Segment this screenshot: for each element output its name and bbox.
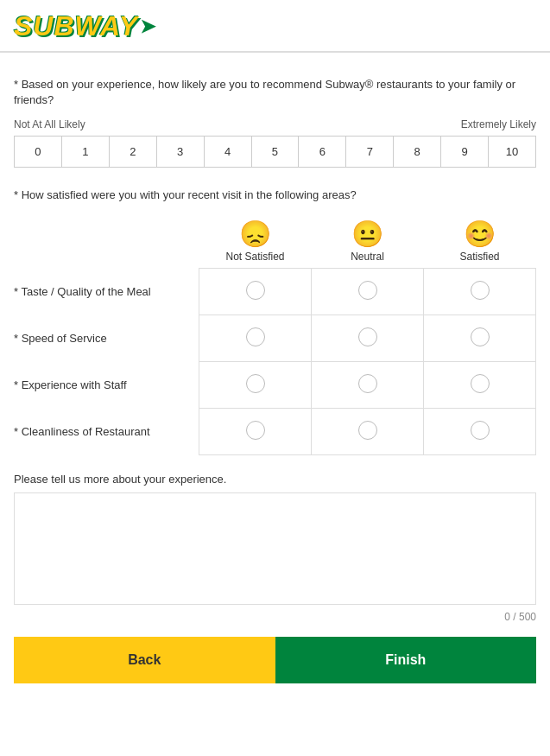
row-label-cleanliness: * Cleanliness of Restaurant [14, 409, 199, 455]
row-label-taste: * Taste / Quality of the Meal [14, 269, 199, 315]
header: SUBWAY➤ [0, 0, 550, 52]
row-label-staff: * Experience with Staff [14, 362, 199, 409]
radio-speed-satisfied[interactable] [471, 327, 490, 346]
radio-staff-not-satisfied[interactable] [246, 374, 265, 393]
cell-cleanliness-satisfied[interactable] [424, 409, 536, 455]
radio-cleanliness-neutral[interactable] [358, 421, 377, 440]
logo-text: SUBWAY [14, 10, 138, 42]
satisfaction-table: 😞 Not Satisfied 😐 Neutral 😊 Satisfied * [14, 213, 536, 455]
nps-option-5[interactable]: 5 [252, 137, 300, 167]
radio-speed-neutral[interactable] [358, 327, 377, 346]
satisfaction-col-neutral: 😐 Neutral [312, 213, 424, 269]
nps-option-4[interactable]: 4 [205, 137, 252, 167]
feedback-textarea[interactable] [14, 492, 536, 605]
nps-option-0[interactable]: 0 [15, 137, 62, 167]
nps-option-6[interactable]: 6 [299, 137, 346, 167]
not-satisfied-label: Not Satisfied [225, 251, 284, 263]
table-row: * Cleanliness of Restaurant [14, 409, 536, 455]
nps-option-7[interactable]: 7 [346, 137, 394, 167]
subway-logo: SUBWAY➤ [14, 10, 155, 42]
cell-staff-not-satisfied[interactable] [199, 362, 312, 409]
radio-cleanliness-satisfied[interactable] [471, 421, 490, 440]
cell-speed-satisfied[interactable] [424, 315, 536, 362]
satisfaction-section: * How satisfied were you with your recen… [14, 188, 536, 455]
nps-label-low: Not At All Likely [14, 118, 85, 130]
nps-option-3[interactable]: 3 [157, 137, 205, 167]
neutral-icon: 😐 [319, 219, 417, 249]
table-row: * Taste / Quality of the Meal [14, 269, 536, 315]
nps-question: * Based on your experience, how likely a… [14, 77, 536, 108]
nps-section: * Based on your experience, how likely a… [14, 77, 536, 168]
cell-taste-satisfied[interactable] [424, 269, 536, 315]
cell-taste-not-satisfied[interactable] [199, 269, 312, 315]
finish-button[interactable]: Finish [275, 637, 537, 683]
nps-option-1[interactable]: 1 [62, 137, 110, 167]
char-count: 0 / 500 [14, 611, 536, 623]
feedback-label: Please tell us more about your experienc… [14, 473, 536, 486]
cell-staff-satisfied[interactable] [424, 362, 536, 409]
nps-label-high: Extremely Likely [461, 118, 536, 130]
main-content: * Based on your experience, how likely a… [0, 65, 550, 696]
logo-arrow-icon: ➤ [140, 16, 155, 38]
feedback-section: Please tell us more about your experienc… [14, 473, 536, 623]
cell-taste-neutral[interactable] [312, 269, 424, 315]
nps-option-2[interactable]: 2 [110, 137, 157, 167]
back-button[interactable]: Back [14, 637, 275, 683]
satisfaction-col-satisfied: 😊 Satisfied [424, 213, 536, 269]
radio-cleanliness-not-satisfied[interactable] [246, 421, 265, 440]
cell-speed-not-satisfied[interactable] [199, 315, 312, 362]
cell-staff-neutral[interactable] [312, 362, 424, 409]
radio-speed-not-satisfied[interactable] [246, 327, 265, 346]
satisfaction-col-label [14, 213, 199, 269]
cell-cleanliness-neutral[interactable] [312, 409, 424, 455]
not-satisfied-icon: 😞 [206, 219, 305, 249]
radio-taste-not-satisfied[interactable] [246, 281, 265, 300]
satisfied-label: Satisfied [459, 251, 499, 263]
radio-staff-satisfied[interactable] [471, 374, 490, 393]
footer-buttons: Back Finish [14, 637, 536, 683]
cell-speed-neutral[interactable] [312, 315, 424, 362]
nps-scale: 0 1 2 3 4 5 6 7 8 9 10 [14, 136, 536, 168]
nps-option-10[interactable]: 10 [489, 137, 535, 167]
neutral-label: Neutral [351, 251, 384, 263]
cell-cleanliness-not-satisfied[interactable] [199, 409, 312, 455]
radio-taste-satisfied[interactable] [471, 281, 490, 300]
table-row: * Speed of Service [14, 315, 536, 362]
satisfaction-question: * How satisfied were you with your recen… [14, 188, 536, 201]
radio-taste-neutral[interactable] [358, 281, 377, 300]
nps-option-9[interactable]: 9 [441, 137, 489, 167]
row-label-speed: * Speed of Service [14, 315, 199, 362]
nps-labels: Not At All Likely Extremely Likely [14, 118, 536, 130]
satisfied-icon: 😊 [431, 219, 529, 249]
table-row: * Experience with Staff [14, 362, 536, 409]
satisfaction-col-not-satisfied: 😞 Not Satisfied [199, 213, 312, 269]
nps-option-8[interactable]: 8 [394, 137, 441, 167]
radio-staff-neutral[interactable] [358, 374, 377, 393]
